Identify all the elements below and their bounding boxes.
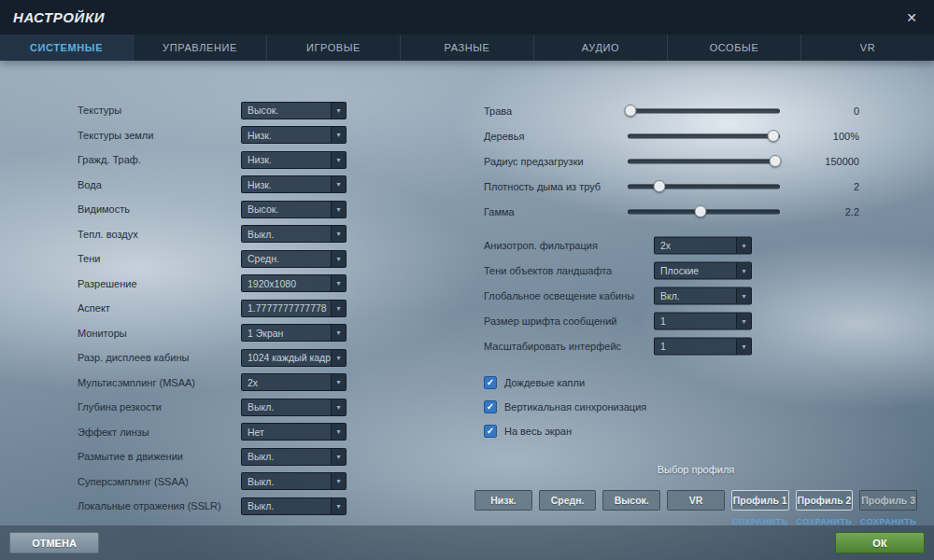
titlebar: НАСТРОЙКИ ✕ [0, 0, 934, 35]
setting-label: Глубина резкости [78, 401, 241, 413]
slider-handle[interactable] [695, 205, 707, 217]
setting-dropdown[interactable]: Средн. ▾ [241, 250, 347, 268]
setting-dropdown[interactable]: 2x ▾ [241, 373, 347, 391]
profile-button[interactable]: Профиль 1 [731, 490, 789, 511]
setting-dropdown[interactable]: 1.7777777777778 ▾ [241, 300, 347, 317]
setting-label: Размытие в движении [78, 451, 241, 462]
dropdown-value: Вкл. [655, 290, 736, 301]
slider-label: Гамма [484, 206, 515, 217]
setting-row: Тени объектов ландшафта Плоские ▾ [472, 258, 920, 283]
setting-label: Мультисэмплинг (MSAA) [78, 377, 241, 388]
setting-label: Локальные отражения (SSLR) [78, 500, 241, 511]
setting-row: Локальные отражения (SSLR) Выкл. ▾ [78, 494, 347, 519]
slider-track[interactable] [628, 159, 780, 163]
setting-label: Тепл. воздух [78, 229, 241, 240]
dropdown-value: Выкл. [242, 451, 331, 462]
chevron-down-icon: ▾ [331, 449, 346, 465]
tab[interactable]: VR [801, 35, 934, 61]
profile-button[interactable]: Средн. [539, 490, 597, 511]
tab-label: СИСТЕМНЫЕ [30, 42, 103, 53]
setting-dropdown[interactable]: Вкл. ▾ [654, 287, 752, 304]
setting-dropdown[interactable]: 2x ▾ [654, 236, 752, 254]
slider-track[interactable] [628, 184, 780, 189]
checkbox-label: Вертикальная синхронизация [504, 401, 646, 413]
slider-row: Радиус предзагрузки 150000 [472, 148, 920, 174]
setting-label: Эффект линзы [78, 427, 241, 438]
setting-dropdown[interactable]: Выкл. ▾ [241, 225, 347, 243]
chevron-down-icon: ▾ [331, 275, 346, 291]
tab-label: VR [860, 42, 875, 53]
profile-button[interactable]: Профиль 2 [796, 490, 854, 511]
slider-row: Плотность дыма из труб 2 [472, 174, 920, 199]
setting-dropdown[interactable]: 1024 каждый кадр ▾ [241, 349, 347, 367]
profile-button[interactable]: VR [667, 490, 725, 511]
dropdown-value: Выкл. [242, 500, 331, 511]
setting-dropdown[interactable]: Выкл. ▾ [241, 399, 347, 416]
setting-label: Вода [78, 179, 241, 190]
dropdown-value: 2x [655, 240, 736, 251]
setting-row: Текстуры Высок. ▾ [78, 98, 347, 123]
tab[interactable]: УПРАВЛЕНИЕ [134, 35, 267, 61]
tab[interactable]: РАЗНЫЕ [401, 35, 534, 61]
slider-track[interactable] [628, 133, 780, 138]
setting-dropdown[interactable]: Нет ▾ [241, 423, 347, 441]
setting-dropdown[interactable]: Низк. ▾ [241, 175, 347, 193]
checkbox-row: ✓ Вертикальная синхронизация [472, 395, 920, 419]
setting-dropdown[interactable]: Низк. ▾ [241, 126, 347, 144]
chevron-down-icon: ▾ [331, 202, 346, 217]
setting-dropdown[interactable]: 1 Экран ▾ [241, 324, 347, 342]
dropdown-value: Низк. [242, 130, 331, 141]
tab[interactable]: ИГРОВЫЕ [267, 35, 401, 61]
setting-dropdown[interactable]: Высок. ▾ [241, 102, 347, 119]
profile-button[interactable]: Низк. [474, 490, 532, 511]
slider-track[interactable] [628, 108, 780, 113]
setting-dropdown[interactable]: 1 ▾ [654, 337, 752, 355]
setting-dropdown[interactable]: Выкл. ▾ [241, 472, 347, 490]
setting-dropdown[interactable]: Низк. ▾ [241, 151, 347, 169]
dropdown-value: Высок. [242, 203, 331, 215]
profile-button[interactable]: Профиль 3 [859, 490, 917, 511]
setting-row: Разр. дисплеев кабины 1024 каждый кадр ▾ [78, 345, 347, 371]
setting-row: Глобальное освещение кабины Вкл. ▾ [472, 283, 920, 308]
setting-row: Размер шрифта сообщений 1 ▾ [472, 308, 920, 333]
slider-value: 2 [766, 181, 859, 192]
profile-button-label: Средн. [551, 495, 585, 506]
tab[interactable]: АУДИО [534, 35, 668, 61]
cancel-button[interactable]: ОТМЕНА [9, 532, 99, 553]
setting-label: Тени [78, 253, 241, 264]
chevron-down-icon: ▾ [331, 399, 346, 415]
dropdown-value: Плоские [655, 265, 736, 276]
slider-handle[interactable] [625, 105, 637, 117]
slider-row: Трава 0 [472, 98, 920, 123]
checkbox[interactable]: ✓ [484, 400, 497, 413]
setting-label: Анизотроп. фильтрация [484, 240, 598, 251]
dropdown-value: Выкл. [242, 401, 331, 413]
setting-dropdown[interactable]: Высок. ▾ [241, 201, 347, 218]
close-icon[interactable]: ✕ [902, 8, 921, 27]
setting-dropdown[interactable]: Выкл. ▾ [241, 497, 347, 515]
checkbox[interactable]: ✓ [484, 376, 497, 389]
tab[interactable]: СИСТЕМНЫЕ [0, 35, 134, 61]
setting-dropdown[interactable]: 1 ▾ [654, 312, 752, 329]
setting-dropdown[interactable]: Плоские ▾ [654, 261, 752, 279]
slider-track[interactable] [628, 209, 780, 214]
checkbox[interactable]: ✓ [484, 425, 497, 438]
profile-button[interactable]: Высок. [602, 490, 660, 511]
dropdown-value: 1 [655, 341, 736, 352]
setting-row: Эффект линзы Нет ▾ [78, 420, 347, 445]
tab[interactable]: ОСОБЫЕ [668, 35, 801, 61]
chevron-down-icon: ▾ [331, 251, 346, 267]
right-settings-column: Трава 0 Деревья 100% Радиус предзагрузки [472, 98, 920, 526]
setting-label: Гражд. Траф. [78, 154, 241, 165]
chevron-down-icon: ▾ [331, 325, 346, 341]
dropdown-value: Высок. [242, 105, 331, 116]
tab-label: ИГРОВЫЕ [306, 42, 361, 53]
ok-label: ОК [872, 538, 886, 549]
setting-dropdown[interactable]: 1920x1080 ▾ [241, 274, 347, 292]
setting-dropdown[interactable]: Выкл. ▾ [241, 448, 347, 466]
slider-label: Плотность дыма из труб [484, 181, 601, 192]
ok-button[interactable]: ОК [835, 532, 925, 553]
page-title: НАСТРОЙКИ [13, 9, 105, 25]
slider-handle[interactable] [654, 180, 666, 192]
slider-label: Деревья [484, 131, 524, 142]
